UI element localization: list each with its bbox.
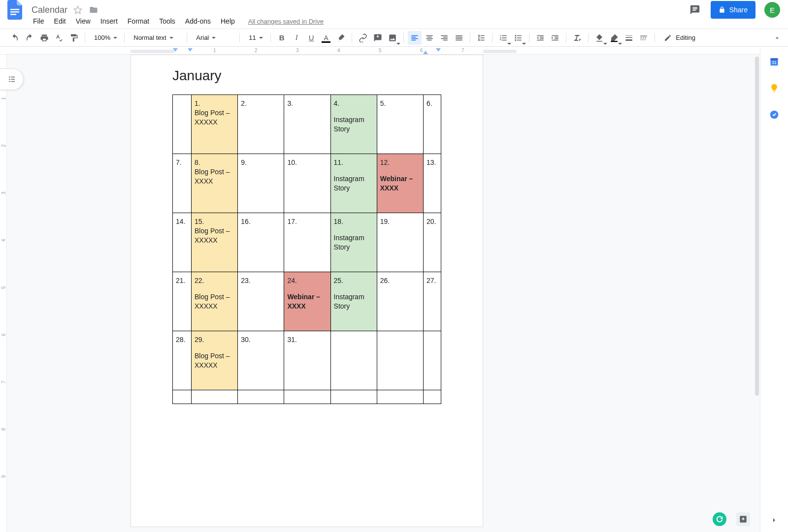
move-folder-icon[interactable] — [89, 5, 98, 14]
menu-help[interactable]: Help — [216, 16, 239, 26]
italic-button[interactable]: I — [290, 31, 303, 45]
menu-tools[interactable]: Tools — [155, 16, 180, 26]
redo-button[interactable] — [23, 31, 36, 45]
calendar-table[interactable]: 1.Blog Post – XXXXX2.3.4.Instagram Story… — [172, 94, 441, 404]
explore-button[interactable] — [736, 512, 750, 526]
paint-format-button[interactable] — [67, 31, 81, 45]
calendar-cell[interactable] — [424, 390, 441, 404]
underline-button[interactable]: U — [304, 31, 318, 45]
bold-button[interactable]: B — [275, 31, 289, 45]
document-area[interactable]: 1 2 3 4 5 6 7 1 2 3 4 5 6 7 — [0, 48, 760, 532]
calendar-cell[interactable]: 11.Instagram Story — [330, 154, 377, 213]
tasks-addon-icon[interactable] — [769, 110, 779, 120]
calendar-cell[interactable] — [238, 390, 284, 404]
first-line-indent-marker[interactable] — [173, 48, 178, 52]
right-indent-marker[interactable] — [436, 48, 441, 52]
page[interactable]: January 1.Blog Post – XXXXX2.3.4.Instagr… — [131, 55, 483, 527]
align-right-button[interactable] — [437, 31, 451, 45]
calendar-cell[interactable]: 4.Instagram Story — [330, 95, 377, 154]
calendar-cell[interactable]: 24.Webinar – XXXX — [284, 272, 330, 331]
align-justify-button[interactable] — [452, 31, 466, 45]
calendar-cell[interactable]: 28. — [173, 331, 192, 390]
table-row[interactable]: 14.15.Blog Post – XXXXX16.17.18.Instagra… — [173, 213, 441, 272]
border-width-button[interactable] — [622, 31, 636, 45]
open-comments-button[interactable] — [688, 3, 702, 17]
table-row[interactable]: 7.8.Blog Post – XXXX9.10.11.Instagram St… — [173, 154, 441, 213]
decrease-indent-button[interactable] — [533, 31, 547, 45]
clear-formatting-button[interactable] — [570, 31, 584, 45]
calendar-cell[interactable]: 13. — [424, 154, 441, 213]
menu-view[interactable]: View — [71, 16, 95, 26]
calendar-cell[interactable]: 30. — [238, 331, 284, 390]
calendar-cell[interactable]: 2. — [238, 95, 284, 154]
calendar-cell[interactable] — [173, 390, 192, 404]
calendar-cell[interactable] — [192, 390, 238, 404]
calendar-cell[interactable]: 27. — [424, 272, 441, 331]
vertical-scrollbar[interactable] — [755, 57, 759, 396]
calendar-cell[interactable]: 15.Blog Post – XXXXX — [192, 213, 238, 272]
menu-edit[interactable]: Edit — [50, 16, 70, 26]
calendar-cell[interactable]: 25.Instagram Story — [330, 272, 377, 331]
menu-addons[interactable]: Add-ons — [181, 16, 215, 26]
menu-format[interactable]: Format — [123, 16, 154, 26]
grammarly-icon[interactable] — [713, 512, 726, 526]
insert-image-button[interactable] — [386, 31, 399, 45]
font-dropdown[interactable]: Arial — [191, 31, 235, 45]
calendar-cell[interactable] — [284, 390, 330, 404]
calendar-cell[interactable]: 20. — [424, 213, 441, 272]
calendar-cell[interactable]: 21. — [173, 272, 192, 331]
calendar-cell[interactable] — [330, 331, 377, 390]
editing-mode-dropdown[interactable]: Editing — [659, 31, 728, 45]
calendar-cell[interactable]: 18.Instagram Story — [330, 213, 377, 272]
highlight-color-button[interactable] — [334, 31, 348, 45]
table-row[interactable] — [173, 390, 441, 404]
insert-comment-button[interactable] — [371, 31, 385, 45]
calendar-cell[interactable] — [377, 390, 423, 404]
calendar-cell[interactable]: 29.Blog Post – XXXXX — [192, 331, 238, 390]
border-dash-button[interactable] — [637, 31, 651, 45]
calendar-cell[interactable] — [424, 331, 441, 390]
align-center-button[interactable] — [423, 31, 436, 45]
table-row[interactable]: 28.29.Blog Post – XXXXX30.31. — [173, 331, 441, 390]
calendar-cell[interactable] — [330, 390, 377, 404]
month-heading[interactable]: January — [172, 68, 441, 84]
text-color-button[interactable]: A — [319, 31, 333, 45]
calendar-cell[interactable]: 10. — [284, 154, 330, 213]
calendar-cell[interactable]: 26. — [377, 272, 423, 331]
share-button[interactable]: Share — [711, 1, 755, 19]
account-avatar[interactable]: E — [764, 2, 780, 18]
increase-indent-button[interactable] — [548, 31, 562, 45]
calendar-cell[interactable]: 1.Blog Post – XXXXX — [192, 95, 238, 154]
cell-fill-color-button[interactable] — [592, 31, 606, 45]
hide-side-panel-button[interactable] — [769, 515, 779, 525]
calendar-cell[interactable]: 14. — [173, 213, 192, 272]
calendar-cell[interactable]: 31. — [284, 331, 330, 390]
undo-button[interactable] — [8, 31, 22, 45]
table-row[interactable]: 1.Blog Post – XXXXX2.3.4.Instagram Story… — [173, 95, 441, 154]
document-title[interactable]: Calendar — [29, 4, 70, 16]
vertical-ruler[interactable]: 1 2 3 4 5 6 7 8 9 — [0, 55, 7, 532]
spellcheck-button[interactable] — [52, 31, 66, 45]
border-color-button[interactable] — [607, 31, 621, 45]
calendar-cell[interactable]: 7. — [173, 154, 192, 213]
keep-addon-icon[interactable] — [769, 83, 779, 93]
calendar-cell[interactable] — [377, 331, 423, 390]
print-button[interactable] — [37, 31, 51, 45]
calendar-cell[interactable]: 3. — [284, 95, 330, 154]
calendar-cell[interactable]: 23. — [238, 272, 284, 331]
save-status[interactable]: All changes saved in Drive — [248, 18, 324, 25]
paragraph-style-dropdown[interactable]: Normal text — [129, 31, 183, 45]
zoom-dropdown[interactable]: 100% — [89, 31, 120, 45]
docs-logo-icon[interactable] — [6, 1, 24, 19]
calendar-cell[interactable]: 17. — [284, 213, 330, 272]
collapse-toolbar-button[interactable] — [770, 31, 784, 45]
show-document-outline-button[interactable] — [0, 68, 24, 90]
calendar-cell[interactable]: 6. — [424, 95, 441, 154]
star-icon[interactable] — [73, 5, 82, 14]
calendar-cell[interactable]: 19. — [377, 213, 423, 272]
left-indent-marker[interactable] — [188, 48, 193, 52]
calendar-cell[interactable] — [173, 95, 192, 154]
line-spacing-button[interactable] — [474, 31, 488, 45]
calendar-cell[interactable]: 16. — [238, 213, 284, 272]
align-left-button[interactable] — [408, 31, 422, 45]
